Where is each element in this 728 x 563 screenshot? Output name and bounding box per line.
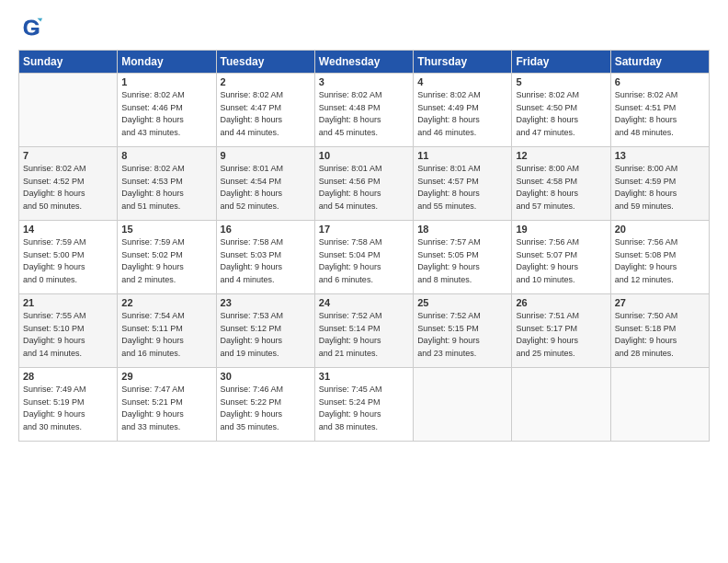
day-info: Sunrise: 8:01 AM Sunset: 4:56 PM Dayligh… <box>319 163 409 213</box>
day-info: Sunrise: 8:01 AM Sunset: 4:57 PM Dayligh… <box>417 163 507 213</box>
logo <box>18 15 50 40</box>
day-info: Sunrise: 7:59 AM Sunset: 5:00 PM Dayligh… <box>23 236 113 286</box>
day-number: 24 <box>319 297 409 308</box>
weekday-header-thursday: Thursday <box>414 51 512 74</box>
day-number: 6 <box>615 76 705 87</box>
day-info: Sunrise: 7:47 AM Sunset: 5:21 PM Dayligh… <box>121 384 211 433</box>
calendar-cell: 29Sunrise: 7:47 AM Sunset: 5:21 PM Dayli… <box>118 368 216 442</box>
day-info: Sunrise: 7:53 AM Sunset: 5:12 PM Dayligh… <box>221 310 311 360</box>
calendar-cell: 8Sunrise: 8:02 AM Sunset: 4:53 PM Daylig… <box>118 147 216 221</box>
day-number: 9 <box>221 150 311 161</box>
page-container: SundayMondayTuesdayWednesdayThursdayFrid… <box>0 0 728 563</box>
day-number: 11 <box>417 150 507 161</box>
calendar-cell: 25Sunrise: 7:52 AM Sunset: 5:15 PM Dayli… <box>414 294 512 368</box>
day-info: Sunrise: 8:02 AM Sunset: 4:49 PM Dayligh… <box>417 89 507 139</box>
calendar-cell: 20Sunrise: 7:56 AM Sunset: 5:08 PM Dayli… <box>610 221 709 294</box>
day-number: 1 <box>121 76 211 87</box>
day-number: 12 <box>516 150 606 161</box>
day-number: 8 <box>121 150 211 161</box>
calendar-cell: 21Sunrise: 7:55 AM Sunset: 5:10 PM Dayli… <box>19 294 118 368</box>
day-number: 30 <box>221 371 311 382</box>
day-info: Sunrise: 8:01 AM Sunset: 4:54 PM Dayligh… <box>221 163 311 213</box>
calendar-cell: 17Sunrise: 7:58 AM Sunset: 5:04 PM Dayli… <box>314 221 413 294</box>
day-number: 31 <box>319 371 409 382</box>
calendar-week-row: 14Sunrise: 7:59 AM Sunset: 5:00 PM Dayli… <box>19 221 710 294</box>
calendar-cell: 19Sunrise: 7:56 AM Sunset: 5:07 PM Dayli… <box>512 221 610 294</box>
day-info: Sunrise: 7:56 AM Sunset: 5:07 PM Dayligh… <box>516 236 606 286</box>
day-number: 15 <box>121 224 211 235</box>
calendar-cell: 24Sunrise: 7:52 AM Sunset: 5:14 PM Dayli… <box>314 294 413 368</box>
day-number: 3 <box>319 76 409 87</box>
calendar-cell: 2Sunrise: 8:02 AM Sunset: 4:47 PM Daylig… <box>216 74 314 147</box>
calendar-cell: 9Sunrise: 8:01 AM Sunset: 4:54 PM Daylig… <box>216 147 314 221</box>
day-info: Sunrise: 7:59 AM Sunset: 5:02 PM Dayligh… <box>121 236 211 286</box>
day-number: 16 <box>221 224 311 235</box>
weekday-header-saturday: Saturday <box>610 51 709 74</box>
calendar-cell: 27Sunrise: 7:50 AM Sunset: 5:18 PM Dayli… <box>610 294 709 368</box>
day-info: Sunrise: 7:55 AM Sunset: 5:10 PM Dayligh… <box>23 310 113 360</box>
calendar-cell: 10Sunrise: 8:01 AM Sunset: 4:56 PM Dayli… <box>314 147 413 221</box>
day-info: Sunrise: 7:56 AM Sunset: 5:08 PM Dayligh… <box>615 236 705 286</box>
day-info: Sunrise: 7:58 AM Sunset: 5:03 PM Dayligh… <box>221 236 311 286</box>
day-info: Sunrise: 7:49 AM Sunset: 5:19 PM Dayligh… <box>23 384 113 433</box>
day-info: Sunrise: 7:52 AM Sunset: 5:15 PM Dayligh… <box>417 310 507 360</box>
day-info: Sunrise: 7:57 AM Sunset: 5:05 PM Dayligh… <box>417 236 507 286</box>
calendar-cell <box>512 368 610 442</box>
calendar-cell: 22Sunrise: 7:54 AM Sunset: 5:11 PM Dayli… <box>118 294 216 368</box>
calendar-cell: 26Sunrise: 7:51 AM Sunset: 5:17 PM Dayli… <box>512 294 610 368</box>
day-info: Sunrise: 7:58 AM Sunset: 5:04 PM Dayligh… <box>319 236 409 286</box>
calendar-cell: 5Sunrise: 8:02 AM Sunset: 4:50 PM Daylig… <box>512 74 610 147</box>
calendar-cell: 11Sunrise: 8:01 AM Sunset: 4:57 PM Dayli… <box>414 147 512 221</box>
calendar: SundayMondayTuesdayWednesdayThursdayFrid… <box>18 50 710 442</box>
calendar-week-row: 21Sunrise: 7:55 AM Sunset: 5:10 PM Dayli… <box>19 294 710 368</box>
calendar-cell: 18Sunrise: 7:57 AM Sunset: 5:05 PM Dayli… <box>414 221 512 294</box>
day-number: 7 <box>23 150 113 161</box>
calendar-week-row: 1Sunrise: 8:02 AM Sunset: 4:46 PM Daylig… <box>19 74 710 147</box>
day-number: 29 <box>121 371 211 382</box>
day-number: 26 <box>516 297 606 308</box>
day-number: 2 <box>221 76 311 87</box>
day-info: Sunrise: 7:46 AM Sunset: 5:22 PM Dayligh… <box>221 384 311 433</box>
weekday-header-monday: Monday <box>118 51 216 74</box>
calendar-cell: 31Sunrise: 7:45 AM Sunset: 5:24 PM Dayli… <box>314 368 413 442</box>
calendar-cell: 14Sunrise: 7:59 AM Sunset: 5:00 PM Dayli… <box>19 221 118 294</box>
day-number: 10 <box>319 150 409 161</box>
calendar-cell <box>414 368 512 442</box>
weekday-header-wednesday: Wednesday <box>314 51 413 74</box>
calendar-cell: 7Sunrise: 8:02 AM Sunset: 4:52 PM Daylig… <box>19 147 118 221</box>
calendar-cell: 16Sunrise: 7:58 AM Sunset: 5:03 PM Dayli… <box>216 221 314 294</box>
weekday-header-sunday: Sunday <box>19 51 118 74</box>
day-info: Sunrise: 8:02 AM Sunset: 4:51 PM Dayligh… <box>615 89 705 139</box>
calendar-cell: 13Sunrise: 8:00 AM Sunset: 4:59 PM Dayli… <box>610 147 709 221</box>
day-info: Sunrise: 7:52 AM Sunset: 5:14 PM Dayligh… <box>319 310 409 360</box>
day-number: 27 <box>615 297 705 308</box>
day-info: Sunrise: 8:02 AM Sunset: 4:50 PM Dayligh… <box>516 89 606 139</box>
day-number: 25 <box>417 297 507 308</box>
day-number: 19 <box>516 224 606 235</box>
calendar-cell: 1Sunrise: 8:02 AM Sunset: 4:46 PM Daylig… <box>118 74 216 147</box>
day-number: 17 <box>319 224 409 235</box>
day-number: 20 <box>615 224 705 235</box>
calendar-cell: 4Sunrise: 8:02 AM Sunset: 4:49 PM Daylig… <box>414 74 512 147</box>
day-info: Sunrise: 8:02 AM Sunset: 4:46 PM Dayligh… <box>121 89 211 139</box>
day-number: 28 <box>23 371 113 382</box>
calendar-cell: 23Sunrise: 7:53 AM Sunset: 5:12 PM Dayli… <box>216 294 314 368</box>
day-number: 22 <box>121 297 211 308</box>
calendar-cell: 12Sunrise: 8:00 AM Sunset: 4:58 PM Dayli… <box>512 147 610 221</box>
calendar-cell: 15Sunrise: 7:59 AM Sunset: 5:02 PM Dayli… <box>118 221 216 294</box>
day-info: Sunrise: 8:02 AM Sunset: 4:47 PM Dayligh… <box>221 89 311 139</box>
day-info: Sunrise: 7:51 AM Sunset: 5:17 PM Dayligh… <box>516 310 606 360</box>
calendar-cell <box>19 74 118 147</box>
day-info: Sunrise: 8:02 AM Sunset: 4:52 PM Dayligh… <box>23 163 113 213</box>
day-info: Sunrise: 8:02 AM Sunset: 4:53 PM Dayligh… <box>121 163 211 213</box>
logo-icon <box>18 15 44 40</box>
day-number: 14 <box>23 224 113 235</box>
day-number: 21 <box>23 297 113 308</box>
header <box>18 15 710 40</box>
calendar-cell: 30Sunrise: 7:46 AM Sunset: 5:22 PM Dayli… <box>216 368 314 442</box>
day-info: Sunrise: 8:02 AM Sunset: 4:48 PM Dayligh… <box>319 89 409 139</box>
calendar-cell: 6Sunrise: 8:02 AM Sunset: 4:51 PM Daylig… <box>610 74 709 147</box>
day-info: Sunrise: 7:54 AM Sunset: 5:11 PM Dayligh… <box>121 310 211 360</box>
calendar-cell: 3Sunrise: 8:02 AM Sunset: 4:48 PM Daylig… <box>314 74 413 147</box>
calendar-header-row: SundayMondayTuesdayWednesdayThursdayFrid… <box>19 51 710 74</box>
